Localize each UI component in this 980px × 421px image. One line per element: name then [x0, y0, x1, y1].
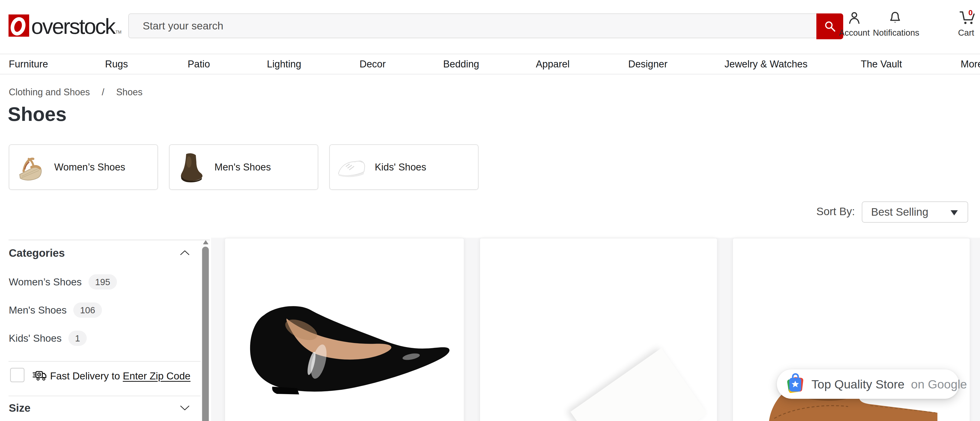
overstock-shoes-page: overstock TM Account — [0, 0, 980, 421]
account-label: Account — [838, 28, 870, 38]
google-badge-title: Top Quality Store — [811, 377, 905, 391]
breadcrumb-current-shoes[interactable]: Shoes — [116, 87, 142, 97]
nav-item-the-vault[interactable]: The Vault — [861, 59, 902, 70]
product-card-white-sock-sneaker[interactable]: ALENC — [480, 238, 717, 421]
fast-delivery-truck-icon — [32, 369, 48, 383]
page-title: Shoes — [8, 103, 67, 125]
chevron-up-icon — [180, 252, 190, 256]
nav-item-apparel[interactable]: Apparel — [536, 59, 570, 70]
fast-delivery-checkbox[interactable] — [10, 368, 24, 382]
cart-count-badge: 0 — [968, 8, 973, 17]
nav-item-more[interactable]: More — [961, 59, 980, 70]
categories-heading: Categories — [9, 247, 65, 259]
nav-item-decor[interactable]: Decor — [360, 59, 386, 70]
filter-item-mens-shoes[interactable]: Men's Shoes 106 — [9, 303, 102, 318]
fast-delivery-text: Fast Delivery to — [50, 370, 120, 381]
white-sneaker-image — [334, 149, 369, 185]
overstock-logo-text: overstock — [31, 15, 115, 38]
categories-collapse-button[interactable] — [180, 249, 190, 257]
size-heading: Size — [9, 402, 30, 414]
nav-item-lighting[interactable]: Lighting — [267, 59, 301, 70]
search-icon — [823, 19, 837, 34]
category-card-label: Men's Shoes — [215, 162, 271, 173]
account-button[interactable]: Account — [838, 10, 870, 38]
fast-delivery-label: Fast Delivery to Enter Zip Code — [50, 370, 191, 382]
filter-item-count-badge: 195 — [89, 274, 117, 290]
nav-item-rugs[interactable]: Rugs — [105, 59, 128, 70]
filter-item-womens-shoes[interactable]: Women’s Shoes 195 — [9, 274, 117, 290]
brown-boot-image — [174, 149, 208, 185]
filter-rail-divider — [8, 396, 201, 396]
filter-item-label: Men's Shoes — [9, 305, 67, 316]
google-top-quality-store-badge[interactable]: Top Quality Store on Google — [777, 369, 959, 399]
category-card-kids-shoes[interactable]: Kids' Shoes — [329, 144, 479, 190]
overstock-logo-mark-icon — [8, 14, 29, 38]
breadcrumb-separator: / — [102, 87, 104, 97]
category-card-womens-shoes[interactable]: Women’s Shoes — [9, 144, 158, 190]
cart-icon: 0 — [958, 10, 980, 26]
filter-item-count-badge: 106 — [73, 303, 102, 318]
google-shopping-bag-icon — [786, 372, 805, 396]
filter-item-label: Kids' Shoes — [9, 333, 62, 344]
category-card-label: Women’s Shoes — [54, 162, 125, 173]
cart-label: Cart — [958, 28, 980, 38]
cart-button[interactable]: 0 Cart — [958, 10, 980, 38]
account-icon — [838, 10, 870, 26]
tan-wedge-sandal-image — [14, 149, 48, 185]
breadcrumb: Clothing and Shoes / Shoes — [9, 87, 142, 97]
search-bar — [128, 13, 843, 38]
enter-zip-code-link[interactable]: Enter Zip Code — [123, 370, 191, 381]
notifications-label: Notifications — [873, 28, 917, 38]
product-image-black-patent-flat — [234, 296, 455, 399]
nav-item-bedding[interactable]: Bedding — [443, 59, 479, 70]
dropdown-arrow-icon — [951, 210, 958, 215]
category-card-label: Kids' Shoes — [375, 162, 426, 173]
search-input[interactable] — [129, 14, 843, 38]
filter-item-kids-shoes[interactable]: Kids' Shoes 1 — [9, 331, 87, 346]
filter-item-label: Women’s Shoes — [9, 276, 82, 288]
overstock-logo[interactable]: overstock TM — [8, 14, 122, 38]
overstock-logo-tm: TM — [115, 30, 121, 35]
filter-rail-divider — [8, 361, 201, 362]
sort-selected-value: Best Selling — [871, 206, 928, 218]
breadcrumb-link-clothing-and-shoes[interactable]: Clothing and Shoes — [9, 87, 90, 97]
sort-select[interactable]: Best Selling — [862, 201, 968, 223]
filter-item-count-badge: 1 — [68, 331, 87, 346]
nav-item-jewelry-watches[interactable]: Jewelry & Watches — [724, 59, 808, 70]
bell-icon — [873, 10, 917, 26]
scrollbar-up-arrow[interactable] — [203, 240, 208, 244]
nav-item-furniture[interactable]: Furniture — [9, 59, 48, 70]
filter-rail-top-divider — [8, 240, 210, 240]
category-card-mens-shoes[interactable]: Men's Shoes — [169, 144, 318, 190]
google-badge-suffix: on Google — [911, 377, 967, 391]
scrollbar-thumb[interactable] — [202, 247, 209, 421]
google-badge-text: Top Quality Store on Google — [811, 377, 967, 391]
primary-nav: Furniture Rugs Patio Lighting Decor Bedd… — [0, 54, 980, 74]
product-image-white-sock-sneaker: ALENC — [570, 348, 707, 421]
nav-item-patio[interactable]: Patio — [188, 59, 210, 70]
notifications-button[interactable]: Notifications — [873, 10, 917, 38]
sort-by-label: Sort By: — [816, 205, 855, 218]
category-card-row: Women’s Shoes Men's Shoes — [9, 144, 479, 190]
product-logo-text: ALENC — [576, 404, 631, 421]
size-expand-button[interactable] — [180, 405, 190, 412]
chevron-down-icon — [180, 408, 190, 412]
product-card-black-flat[interactable] — [225, 238, 464, 421]
nav-item-designer[interactable]: Designer — [628, 59, 667, 70]
